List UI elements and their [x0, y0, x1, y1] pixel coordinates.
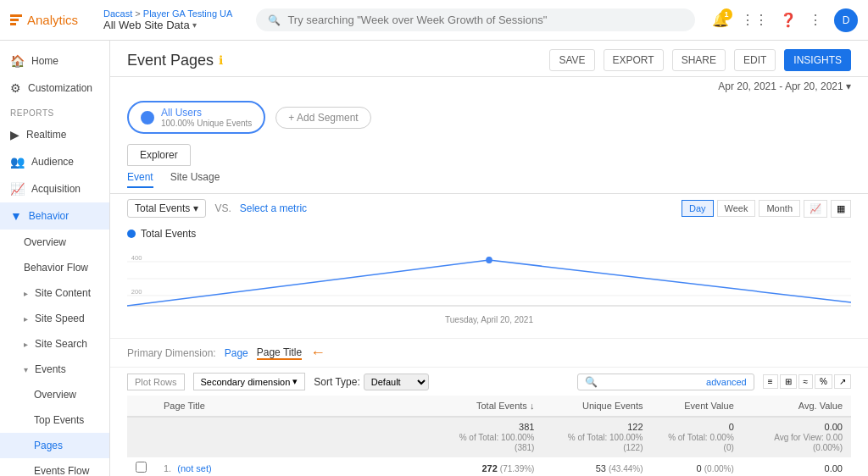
page-title: Event Pages ℹ	[127, 52, 223, 69]
pivot-view-btn[interactable]: ⊞	[780, 374, 797, 389]
secondary-dim-label: Secondary dimension	[201, 377, 291, 387]
col-unique-events: Unique Events	[542, 396, 651, 417]
sidebar-item-events[interactable]: ▾ Events	[0, 357, 109, 382]
line-chart-btn[interactable]: 📈	[804, 200, 827, 218]
sidebar-item-site-search[interactable]: ▸ Site Search	[0, 331, 109, 357]
dimension-page-title-link[interactable]: Page Title	[257, 346, 302, 360]
sidebar-section-reports: REPORTS	[0, 102, 109, 121]
topbar-right: 🔔 1 ⋮⋮ ❓ ⋮ D	[712, 8, 858, 32]
chevron-right-icon: ▸	[24, 289, 28, 298]
sidebar-label-events: Events	[35, 363, 66, 375]
apps-icon[interactable]: ⋮⋮	[741, 12, 768, 28]
row-total-events: 272	[481, 463, 497, 473]
realtime-icon: ▶	[10, 128, 19, 141]
tab-event[interactable]: Event	[127, 171, 153, 188]
notif-badge: 1	[721, 8, 732, 20]
sidebar-label-site-content: Site Content	[35, 287, 91, 299]
sidebar-item-behavior-flow[interactable]: Behavior Flow	[0, 255, 109, 280]
more-icon[interactable]: ⋮	[809, 12, 822, 28]
sidebar-item-pages[interactable]: Pages	[0, 433, 109, 458]
table-search: 🔍 advanced	[577, 374, 754, 390]
acquisition-icon: 📈	[10, 182, 25, 196]
sidebar-label-events-flow: Events Flow	[34, 465, 89, 476]
edit-button[interactable]: EDIT	[734, 49, 776, 71]
select-metric-link[interactable]: Select a metric	[240, 202, 307, 214]
table-search-icon: 🔍	[585, 376, 598, 388]
row-avg-value: 0.00	[743, 457, 851, 477]
share-button[interactable]: SHARE	[672, 49, 726, 71]
add-segment-button[interactable]: + Add Segment	[275, 107, 370, 129]
logo-bars-icon	[10, 14, 22, 25]
property-dropdown-icon: ▾	[192, 20, 197, 30]
breadcrumb-account[interactable]: Dacast	[103, 8, 132, 19]
sidebar-item-customization[interactable]: ⚙ Customization	[0, 75, 109, 102]
sort-type-select[interactable]: Default Weighted	[364, 374, 429, 390]
explorer-tab[interactable]: Explorer	[127, 144, 191, 166]
percent-view-btn[interactable]: %	[815, 374, 832, 389]
time-btn-week[interactable]: Week	[717, 200, 756, 217]
export-button[interactable]: EXPORT	[604, 49, 664, 71]
sidebar-item-events-overview[interactable]: Overview	[0, 382, 109, 407]
secondary-dimension-button[interactable]: Secondary dimension ▾	[193, 373, 306, 390]
chart-x-label: Tuesday, April 20, 2021	[127, 315, 851, 328]
dimension-page-link[interactable]: Page	[225, 347, 248, 359]
plot-rows-button[interactable]: Plot Rows	[127, 374, 185, 390]
total-event-value: 0	[729, 422, 734, 432]
view-buttons: ≡ ⊞ ≈ % ↗	[763, 374, 851, 389]
export-view-btn[interactable]: ↗	[834, 374, 851, 389]
chart-legend: Total Events	[110, 223, 868, 245]
sidebar-item-realtime[interactable]: ▶ Realtime	[0, 121, 109, 148]
property-selector[interactable]: All Web Site Data ▾	[103, 19, 232, 31]
table-search-input[interactable]	[601, 377, 703, 387]
sidebar-label-site-speed: Site Speed	[35, 313, 85, 324]
sidebar-item-audience[interactable]: 👥 Audience	[0, 148, 109, 175]
metric-selector[interactable]: Total Events ▾	[127, 199, 206, 218]
table-header-row: Page Title Total Events ↓ Unique Events …	[127, 396, 851, 417]
app-logo: Analytics	[10, 13, 95, 27]
sidebar-item-events-flow[interactable]: Events Flow	[0, 458, 109, 476]
compare-view-btn[interactable]: ≈	[798, 374, 814, 389]
sidebar-item-site-content[interactable]: ▸ Site Content	[0, 280, 109, 306]
insights-button[interactable]: INSIGHTS	[784, 49, 851, 71]
col-event-value: Event Value	[652, 396, 743, 417]
sidebar-item-behavior[interactable]: ▼ Behavior	[0, 202, 109, 230]
sort-type-label: Sort Type:	[314, 376, 359, 388]
breadcrumb-property[interactable]: Player GA Testing UA	[143, 8, 233, 19]
segment-info: All Users 100.00% Unique Events	[161, 107, 252, 128]
search-input[interactable]	[287, 14, 683, 26]
sidebar-label-behavior-flow: Behavior Flow	[24, 262, 88, 274]
topbar: Analytics Dacast > Player GA Testing UA …	[0, 0, 868, 41]
save-button[interactable]: SAVE	[549, 49, 594, 71]
table-view-btn[interactable]: ≡	[763, 374, 778, 389]
advanced-link[interactable]: advanced	[706, 377, 747, 387]
explorer-tab-label: Explorer	[140, 149, 178, 161]
search-bar[interactable]: 🔍	[256, 8, 695, 31]
metric-selected-label: Total Events	[135, 202, 190, 214]
time-btn-day[interactable]: Day	[682, 200, 714, 217]
avatar[interactable]: D	[834, 8, 858, 32]
tab-site-usage[interactable]: Site Usage	[170, 171, 220, 188]
col-checkbox	[127, 396, 155, 417]
sidebar-label-top-events: Top Events	[34, 414, 84, 426]
bar-chart-btn[interactable]: ▦	[831, 200, 851, 218]
time-btn-month[interactable]: Month	[759, 200, 800, 217]
sidebar-item-site-speed[interactable]: ▸ Site Speed	[0, 306, 109, 331]
notifications-icon[interactable]: 🔔 1	[712, 12, 729, 28]
date-range[interactable]: Apr 20, 2021 - Apr 20, 2021 ▾	[110, 80, 868, 92]
chevron-right-icon2: ▸	[24, 314, 28, 324]
segments-row: All Users 100.00% Unique Events + Add Se…	[110, 92, 868, 142]
data-table: Page Title Total Events ↓ Unique Events …	[127, 396, 851, 476]
row-title[interactable]: (not set)	[177, 463, 211, 473]
sidebar-item-top-events[interactable]: Top Events	[0, 407, 109, 433]
total-avg-pct: Avg for View: 0.00 (0.00%)	[774, 433, 843, 452]
help-icon[interactable]: ❓	[780, 12, 797, 28]
row-checkbox[interactable]	[136, 462, 147, 473]
segment-all-users[interactable]: All Users 100.00% Unique Events	[127, 101, 265, 134]
sidebar-item-overview[interactable]: Overview	[0, 230, 109, 255]
sidebar-label-audience: Audience	[31, 156, 74, 168]
svg-text:400: 400	[131, 254, 142, 262]
sidebar-item-home[interactable]: 🏠 Home	[0, 47, 109, 75]
audience-icon: 👥	[10, 155, 25, 169]
sidebar-item-acquisition[interactable]: 📈 Acquisition	[0, 175, 109, 202]
table-row: 1. (not set) 272 (71.39%) 53 (43.44%) 0 …	[127, 457, 851, 477]
